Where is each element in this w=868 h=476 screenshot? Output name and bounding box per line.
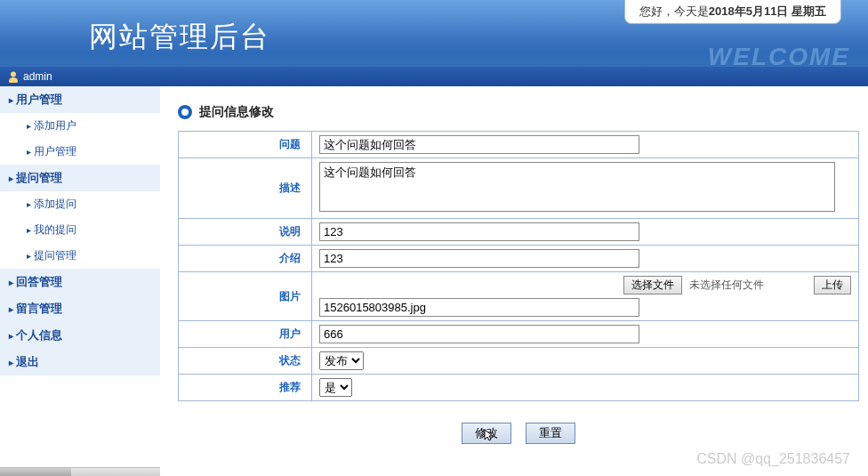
label-recommend: 推荐 <box>179 375 312 401</box>
sidebar-group-profile[interactable]: 个人信息 <box>0 322 160 349</box>
label-explain: 说明 <box>179 219 312 246</box>
horizontal-scrollbar[interactable] <box>0 467 160 476</box>
circle-icon <box>178 105 192 119</box>
label-desc: 描述 <box>179 158 312 219</box>
desc-textarea[interactable]: 这个问题如何回答 <box>319 162 835 212</box>
page-header: 提问信息修改 <box>178 104 859 120</box>
label-image: 图片 <box>179 272 312 321</box>
sidebar-item-manage-user[interactable]: 用户管理 <box>27 139 160 165</box>
svg-point-1 <box>9 77 18 83</box>
page-title: 提问信息修改 <box>199 104 274 120</box>
reset-button[interactable]: 重置 <box>526 423 575 444</box>
upload-button[interactable]: 上传 <box>814 276 851 294</box>
svg-point-0 <box>11 72 16 77</box>
label-status: 状态 <box>179 348 312 375</box>
sidebar-item-my-questions[interactable]: 我的提问 <box>27 217 160 243</box>
main-layout: 用户管理 添加用户 用户管理 提问管理 添加提问 我的提问 提问管理 回答管理 … <box>0 86 868 476</box>
label-question: 问题 <box>179 132 312 158</box>
user-bar[interactable]: admin <box>0 67 868 86</box>
status-select[interactable]: 发布 <box>319 351 364 370</box>
sidebar-group-logout[interactable]: 退出 <box>0 349 160 375</box>
site-title: 网站管理后台 <box>89 18 270 57</box>
label-user: 用户 <box>179 321 312 348</box>
label-intro: 介绍 <box>179 246 312 272</box>
user-icon <box>7 70 20 83</box>
choose-file-button[interactable]: 选择文件 <box>623 276 682 294</box>
scroll-thumb[interactable] <box>0 468 71 476</box>
watermark: CSDN @qq_251836457 <box>696 451 850 467</box>
date-prefix: 您好，今天是 <box>639 4 709 18</box>
user-input[interactable] <box>319 325 639 343</box>
sidebar-group-users[interactable]: 用户管理 <box>0 86 160 113</box>
sidebar-group-messages[interactable]: 留言管理 <box>0 295 160 322</box>
file-row: 选择文件 未选择任何文件 上传 <box>319 276 851 294</box>
sidebar-item-add-question[interactable]: 添加提问 <box>27 191 160 217</box>
app-header: 您好，今天是2018年5月11日 星期五 网站管理后台 WELCOME <box>0 0 868 67</box>
file-placeholder-label: 未选择任何文件 <box>689 278 764 293</box>
sidebar-item-manage-questions[interactable]: 提问管理 <box>27 243 160 269</box>
sidebar-group-answers[interactable]: 回答管理 <box>0 269 160 295</box>
explain-input[interactable] <box>319 222 639 241</box>
submit-button[interactable]: 修改 <box>462 423 511 444</box>
form-table: 问题 描述 这个问题如何回答 说明 介绍 图片 <box>178 131 859 401</box>
main-content: 提问信息修改 问题 描述 这个问题如何回答 说明 介绍 图片 <box>160 86 868 476</box>
form-actions: 修改 重置 <box>178 423 859 444</box>
date-value: 2018年5月11日 星期五 <box>709 4 826 18</box>
sidebar-item-add-user[interactable]: 添加用户 <box>27 113 160 139</box>
image-name-input[interactable] <box>319 298 639 317</box>
intro-input[interactable] <box>319 249 639 268</box>
welcome-decoration: WELCOME <box>708 43 850 67</box>
sidebar: 用户管理 添加用户 用户管理 提问管理 添加提问 我的提问 提问管理 回答管理 … <box>0 86 160 476</box>
sidebar-group-questions[interactable]: 提问管理 <box>0 165 160 191</box>
recommend-select[interactable]: 是 <box>319 378 352 397</box>
username-label: admin <box>23 70 52 83</box>
question-input[interactable] <box>319 135 639 154</box>
date-bar: 您好，今天是2018年5月11日 星期五 <box>624 0 841 24</box>
